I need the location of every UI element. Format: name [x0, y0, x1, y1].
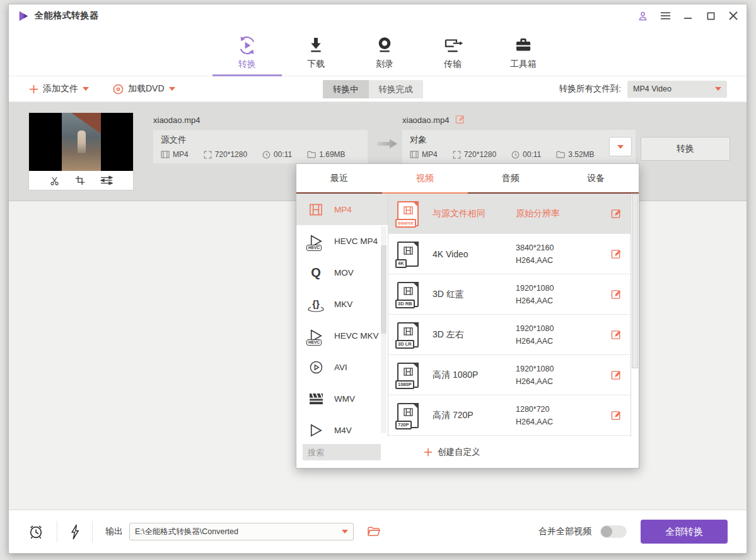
edit-preset-icon[interactable]: [611, 208, 622, 219]
crop-icon[interactable]: [75, 175, 85, 185]
tab-converted[interactable]: 转换完成: [369, 80, 423, 98]
tab-download[interactable]: 下载: [286, 35, 346, 70]
panel-tab-audio[interactable]: 音频: [468, 164, 554, 192]
preset-detail: 1920*1080 H264,AAC: [516, 322, 593, 347]
preset-row-1080p[interactable]: 1080P 高清 1080P 1920*1080 H264,AAC: [388, 355, 631, 395]
merge-videos-toggle[interactable]: [600, 525, 627, 538]
tab-toolbox[interactable]: 工具箱: [493, 35, 554, 70]
preset-row-same-as-source[interactable]: source 与源文件相同 原始分辨率: [388, 194, 631, 234]
source-format: MP4: [161, 150, 189, 159]
target-duration: 00:11: [511, 150, 541, 159]
output-path-input[interactable]: [129, 523, 354, 540]
3d-lr-preset-icon: 3D LR: [397, 322, 419, 347]
output-path-caret-icon[interactable]: [342, 530, 348, 534]
add-file-caret-icon: [83, 87, 89, 91]
convert-all-to-label: 转换所有文件到:: [559, 83, 621, 95]
source-duration: 00:11: [262, 150, 292, 159]
footer-divider: [57, 521, 57, 542]
clock-icon: [511, 151, 520, 159]
tab-transfer-label: 传输: [444, 59, 462, 70]
format-item-m4v[interactable]: M4V: [296, 414, 388, 436]
edit-preset-icon[interactable]: [611, 329, 622, 340]
format-panel-footer: 创建自定义: [296, 436, 639, 468]
source-info-box: 源文件 MP4 720*1280 00:11 1.69MB: [153, 130, 368, 163]
close-button[interactable]: [728, 10, 739, 21]
preset-name: 3D 左右: [433, 329, 516, 341]
panel-tab-video[interactable]: 视频: [382, 164, 468, 192]
tab-transfer[interactable]: 传输: [422, 35, 483, 70]
add-file-label: 添加文件: [43, 83, 78, 95]
preset-detail: 1920*1080 H264,AAC: [516, 282, 593, 307]
format-dropdown-button[interactable]: [609, 137, 632, 156]
format-item-hevc-mkv[interactable]: HEVC HEVC MKV: [296, 320, 388, 351]
minimize-button[interactable]: [682, 10, 694, 21]
format-item-hevc-mp4[interactable]: HEVC HEVC MP4: [296, 225, 388, 257]
convert-button[interactable]: 转换: [641, 137, 730, 161]
target-format-value: MP4 Video: [633, 85, 715, 93]
edit-preset-icon[interactable]: [611, 370, 622, 380]
preset-list-scrollbar[interactable]: [631, 194, 639, 436]
preset-name: 高清 720P: [433, 410, 516, 421]
edit-preset-icon[interactable]: [611, 410, 622, 421]
format-list-scrollbar[interactable]: [381, 226, 387, 433]
schedule-icon[interactable]: [28, 523, 44, 540]
clock-icon: [262, 151, 270, 159]
format-item-wmv[interactable]: WMV: [296, 383, 388, 414]
target-format-select[interactable]: MP4 Video: [627, 81, 727, 98]
preset-list: source 与源文件相同 原始分辨率 4K 4K Video: [388, 194, 639, 436]
preset-row-720p[interactable]: 720P 高清 720P 1280*720 H264,AAC: [388, 395, 631, 436]
effects-icon[interactable]: [100, 175, 113, 185]
format-item-avi[interactable]: AVI: [296, 351, 388, 383]
source-resolution: 720*1280: [204, 150, 247, 159]
create-custom-button[interactable]: 创建自定义: [424, 446, 480, 458]
open-output-folder-icon[interactable]: [368, 527, 380, 537]
toolbox-icon: [513, 35, 534, 56]
preset-name: 3D 红蓝: [433, 289, 516, 300]
hardware-acceleration-icon[interactable]: [70, 524, 79, 540]
source-preset-icon: source: [397, 201, 419, 226]
merge-videos-label: 合并全部视频: [538, 526, 591, 537]
preset-row-3d-lr[interactable]: 3D LR 3D 左右 1920*1080 H264,AAC: [388, 315, 631, 355]
app-title: 全能格式转换器: [35, 10, 99, 21]
rename-icon[interactable]: [455, 114, 465, 124]
transfer-icon: [442, 35, 463, 56]
preset-detail: 1920*1080 H264,AAC: [516, 363, 593, 388]
convert-all-button[interactable]: 全部转换: [641, 520, 728, 544]
maximize-button[interactable]: [705, 10, 716, 21]
tab-converting[interactable]: 转换中: [323, 80, 369, 98]
mp4-icon: [307, 204, 325, 216]
panel-tab-recent[interactable]: 最近: [296, 164, 382, 192]
tab-burn[interactable]: 刻录: [354, 35, 415, 70]
format-search-input[interactable]: [303, 444, 381, 460]
tab-burn-label: 刻录: [376, 59, 393, 70]
format-list: MP4 HEVC HEVC MP4 Q MOV {}: [296, 194, 388, 436]
trim-icon[interactable]: [49, 175, 60, 186]
source-box-title: 源文件: [161, 134, 360, 146]
format-picker-panel: 最近 视频 音频 设备 MP4 HEVC HEVC MP4: [296, 163, 639, 469]
preset-detail: 1280*720 H264,AAC: [516, 403, 593, 428]
panel-tab-device[interactable]: 设备: [553, 164, 639, 192]
load-dvd-button[interactable]: 加载DVD: [113, 83, 175, 95]
burn-icon: [374, 35, 395, 56]
tab-convert[interactable]: 转换: [217, 35, 277, 70]
preset-row-3d-rb[interactable]: 3D RB 3D 红蓝 1920*1080 H264,AAC: [388, 274, 631, 315]
format-item-mp4[interactable]: MP4: [296, 194, 388, 225]
1080p-preset-icon: 1080P: [397, 363, 419, 388]
preset-row-4k[interactable]: 4K 4K Video 3840*2160 H264,AAC: [388, 234, 631, 274]
format-item-mkv[interactable]: {} MKV: [296, 288, 388, 320]
format-dropdown-caret-icon: [617, 145, 624, 149]
resolution-icon: [453, 151, 461, 159]
source-size: 1.69MB: [307, 150, 345, 159]
preset-name: 与源文件相同: [433, 208, 516, 219]
edit-preset-icon[interactable]: [611, 289, 622, 300]
format-item-mov[interactable]: Q MOV: [296, 257, 388, 288]
tab-toolbox-label: 工具箱: [510, 59, 537, 70]
film-icon: [410, 151, 419, 158]
folder-icon: [556, 151, 565, 158]
add-file-button[interactable]: 添加文件: [29, 83, 89, 95]
edit-preset-icon[interactable]: [611, 248, 622, 259]
account-icon[interactable]: [637, 10, 648, 21]
menu-icon[interactable]: [660, 10, 671, 21]
plus-icon: [424, 448, 433, 457]
main-nav: 转换 下载 刻录 传输 工具箱: [9, 27, 747, 76]
